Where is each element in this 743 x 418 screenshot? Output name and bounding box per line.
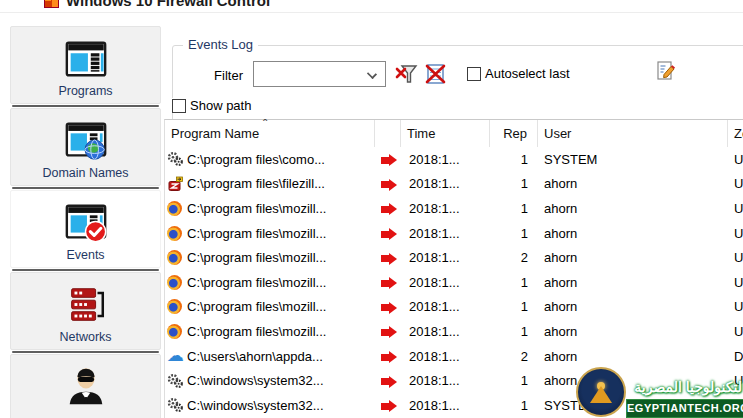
- domain-names-globe-icon: [63, 118, 109, 164]
- program-path: C:\program files\mozill...: [187, 299, 326, 314]
- program-path: C:\program files\mozill...: [187, 250, 326, 265]
- sidebar-item-domain-names[interactable]: Domain Names: [10, 108, 161, 186]
- sidebar-label-programs: Programs: [58, 84, 112, 98]
- program-path: C:\windows\system32...: [187, 373, 324, 388]
- firefox-icon: [167, 275, 182, 290]
- report-button[interactable]: [655, 60, 677, 82]
- event-time: 2018:1...: [401, 176, 490, 191]
- show-path-label: Show path: [190, 98, 251, 113]
- event-user: ahorn: [538, 201, 728, 216]
- red-arrow-icon: [381, 253, 397, 265]
- column-header-program-name[interactable]: Program Name: [165, 120, 375, 147]
- watermark-site-text: EGYPTIANTECH.ORG: [626, 399, 743, 418]
- sidebar-item-networks[interactable]: Networks: [10, 272, 161, 350]
- red-arrow-icon: [381, 228, 397, 240]
- column-header-user[interactable]: User: [538, 120, 728, 147]
- table-row[interactable]: C:\program files\filezill... 2018:1... 1…: [165, 172, 743, 197]
- chevron-down-icon[interactable]: [367, 69, 377, 79]
- event-time: 2018:1...: [401, 226, 490, 241]
- event-rep-count: 1: [490, 299, 538, 314]
- show-path-option: Show path: [172, 98, 257, 113]
- event-user: ahorn: [538, 299, 728, 314]
- autoselect-last-checkbox[interactable]: [467, 67, 481, 81]
- watermark: لتكنولوجيا المصرية EGYPTIANTECH.ORG: [576, 367, 743, 418]
- event-rep-count: 1: [490, 201, 538, 216]
- column-header-time[interactable]: Time: [401, 120, 490, 147]
- clear-filter-button[interactable]: [395, 62, 419, 86]
- events-check-icon: [63, 200, 109, 246]
- table-row[interactable]: C:\program files\mozill... 2018:1... 1 a…: [165, 270, 743, 295]
- table-row[interactable]: C:\program files\mozill... 2018:1... 2 a…: [165, 245, 743, 270]
- table-row[interactable]: C:\program files\mozill... 2018:1... 1 a…: [165, 221, 743, 246]
- window-title: Windows 10 Firewall Control: [66, 0, 270, 9]
- event-zone: Upd: [728, 226, 743, 241]
- filter-label: Filter: [185, 68, 243, 83]
- table-row[interactable]: C:\program files\mozill... 2018:1... 1 a…: [165, 196, 743, 221]
- event-rep-count: 2: [490, 349, 538, 364]
- red-arrow-icon: [381, 302, 397, 314]
- event-rep-count: 2: [490, 250, 538, 265]
- event-rep-count: 1: [490, 275, 538, 290]
- red-arrow-icon: [381, 400, 397, 412]
- app-window: Windows 10 Firewall Control Programs: [0, 0, 743, 418]
- programs-window-icon: [63, 36, 109, 82]
- delete-log-button[interactable]: [425, 63, 447, 85]
- column-header-rep[interactable]: Rep: [490, 120, 538, 147]
- program-path: C:\program files\como...: [187, 152, 325, 167]
- events-log-group-title: Events Log: [183, 37, 258, 52]
- event-rep-count: 1: [490, 152, 538, 167]
- red-arrow-icon: [381, 203, 397, 215]
- app-firewall-icon: [44, 0, 59, 8]
- red-arrow-icon: [381, 351, 397, 363]
- event-user: ahorn: [538, 275, 728, 290]
- filter-combobox[interactable]: [253, 61, 386, 87]
- report-edit-icon: [655, 60, 677, 82]
- sidebar-item-agent[interactable]: [10, 354, 161, 418]
- table-row[interactable]: ☁ C:\users\ahorn\appda... 2018:1... 2 ah…: [165, 344, 743, 369]
- event-rep-count: 1: [490, 226, 538, 241]
- event-zone: Upd: [728, 324, 743, 339]
- firefox-icon: [167, 226, 182, 241]
- column-header-arrow[interactable]: [375, 120, 401, 147]
- column-header-zone[interactable]: Zone: [728, 120, 743, 147]
- show-path-checkbox[interactable]: [172, 99, 186, 113]
- table-row[interactable]: C:\program files\mozill... 2018:1... 1 a…: [165, 295, 743, 320]
- event-time: 2018:1...: [401, 275, 490, 290]
- delete-log-icon: [425, 63, 447, 85]
- spy-agent-icon: [63, 364, 109, 410]
- cloud-icon: ☁: [167, 348, 184, 364]
- sidebar-item-programs[interactable]: Programs: [10, 26, 161, 104]
- firefox-icon: [167, 324, 182, 339]
- autoselect-last-option: Autoselect last: [467, 66, 570, 81]
- events-table-header: ˆ Program Name Time Rep User Zone: [165, 120, 743, 147]
- watermark-logo-icon: [576, 367, 626, 417]
- sidebar-item-events[interactable]: Events: [10, 190, 161, 268]
- event-user: ahorn: [538, 250, 728, 265]
- event-zone: Upd: [728, 275, 743, 290]
- event-zone: Upd: [728, 152, 743, 167]
- red-arrow-icon: [381, 154, 397, 166]
- gears-icon: [167, 151, 183, 167]
- sidebar-separator: [12, 187, 159, 189]
- red-arrow-icon: [381, 179, 397, 191]
- event-time: 2018:1...: [401, 373, 490, 388]
- filter-input[interactable]: [256, 64, 360, 84]
- gears-icon: [167, 397, 183, 413]
- event-user: ahorn: [538, 226, 728, 241]
- event-rep-count: 1: [490, 176, 538, 191]
- event-zone: Def: [728, 349, 743, 364]
- table-row[interactable]: C:\program files\mozill... 2018:1... 1 a…: [165, 319, 743, 344]
- event-time: 2018:1...: [401, 201, 490, 216]
- event-zone: Upd: [728, 250, 743, 265]
- firefox-icon: [167, 250, 182, 265]
- gears-icon: [167, 373, 183, 389]
- clear-filter-icon: [395, 62, 419, 86]
- table-row[interactable]: C:\program files\como... 2018:1... 1 SYS…: [165, 147, 743, 172]
- event-zone: Upd: [728, 201, 743, 216]
- events-page: Events Log Filter: [164, 14, 743, 418]
- event-rep-count: 1: [490, 398, 538, 413]
- program-path: C:\program files\mozill...: [187, 201, 326, 216]
- red-arrow-icon: [381, 326, 397, 338]
- event-user: ahorn: [538, 324, 728, 339]
- event-rep-count: 1: [490, 373, 538, 388]
